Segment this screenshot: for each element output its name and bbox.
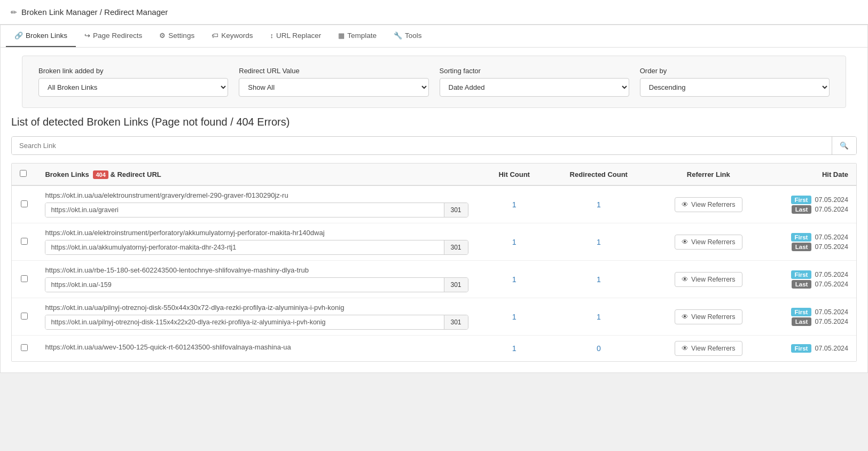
search-icon: 🔍 [840, 142, 849, 150]
view-referrers-button[interactable]: 👁 View Referrers [675, 309, 742, 324]
filter-broken-link-label: Broken link added by [38, 67, 228, 75]
filter-order-label: Order by [640, 67, 830, 75]
first-badge: First [791, 270, 812, 279]
hit-date-cell: First 07.05.2024 Last 07.05.2024 [772, 298, 856, 336]
first-date: 07.05.2024 [815, 308, 848, 316]
referrer-cell: 👁 View Referrers [645, 336, 772, 362]
broken-link-url: https://okt.in.ua/elektroinstrument/perf… [45, 229, 468, 237]
header-broken-links: Broken Links 404 & Redirect URL [37, 164, 476, 185]
header-checkbox [12, 164, 37, 185]
search-bar: 🔍 [11, 136, 857, 155]
last-date-row: Last 07.05.2024 [780, 280, 848, 289]
redirect-code: 301 [444, 278, 468, 292]
first-badge: First [791, 196, 812, 204]
redirected-count-cell: 1 [552, 298, 645, 336]
view-referrers-button[interactable]: 👁 View Referrers [675, 341, 742, 356]
tools-icon: 🔧 [394, 32, 402, 40]
tab-broken-links[interactable]: 🔗 Broken Links [6, 25, 76, 47]
redirected-count-cell: 0 [552, 336, 645, 362]
filter-sorting-factor: Sorting factor Date Added Hit Count Redi… [440, 67, 629, 97]
redirect-url-input[interactable] [45, 315, 443, 329]
header-bar: ✏ Broken Link Manager / Redirect Manager [0, 0, 868, 25]
last-badge: Last [792, 280, 812, 289]
row-checkbox[interactable] [21, 344, 28, 351]
search-input[interactable] [12, 137, 832, 154]
hit-count-cell: 1 [476, 261, 552, 298]
row-checkbox[interactable] [21, 313, 28, 320]
table-row: https://okt.in.ua/elektroinstrument/perf… [12, 223, 856, 261]
table-row: https://okt.in.ua/ua/elektrounstrument/g… [12, 185, 856, 223]
referrer-cell: 👁 View Referrers [645, 298, 772, 336]
select-all-checkbox[interactable] [20, 170, 27, 177]
referrer-cell: 👁 View Referrers [645, 223, 772, 261]
first-date: 07.05.2024 [815, 345, 848, 352]
search-button[interactable]: 🔍 [832, 137, 856, 154]
hit-count-cell: 1 [476, 336, 552, 362]
redirect-code: 301 [444, 315, 468, 329]
row-checkbox-cell [12, 336, 37, 362]
tab-settings[interactable]: ⚙ Settings [151, 25, 203, 47]
last-date: 07.05.2024 [815, 206, 848, 213]
hit-date-cell: First 07.05.2024 Last 07.05.2024 [772, 261, 856, 298]
tabs-bar: 🔗 Broken Links ↪ Page Redirects ⚙ Settin… [1, 25, 867, 48]
last-date-row: Last 07.05.2024 [780, 243, 848, 251]
tab-page-redirects[interactable]: ↪ Page Redirects [76, 25, 151, 47]
filter-section: Broken link added by All Broken Links Ad… [22, 56, 846, 108]
filter-sorting-select[interactable]: Date Added Hit Count Redirected Count [440, 78, 629, 97]
referrer-cell: 👁 View Referrers [645, 185, 772, 223]
template-icon: ▦ [338, 32, 345, 40]
row-checkbox-cell [12, 261, 37, 298]
row-checkbox-cell [12, 298, 37, 336]
filter-order-select[interactable]: Descending Ascending [640, 78, 830, 97]
header-redirected-count: Redirected Count [552, 164, 645, 185]
last-date: 07.05.2024 [815, 243, 848, 251]
first-date-row: First 07.05.2024 [780, 344, 848, 353]
hit-count-cell: 1 [476, 223, 552, 261]
redirect-url-box: 301 [45, 240, 468, 255]
tab-url-replacer[interactable]: ↕ URL Replacer [261, 25, 330, 47]
first-date: 07.05.2024 [815, 271, 848, 278]
view-referrers-button[interactable]: 👁 View Referrers [675, 272, 742, 287]
section-title: List of detected Broken Links (Page not … [11, 116, 857, 128]
redirected-count-cell: 1 [552, 223, 645, 261]
filter-broken-link-added-by: Broken link added by All Broken Links Ad… [38, 67, 228, 97]
redirected-count-cell: 1 [552, 185, 645, 223]
broken-link-url: https://okt.in.ua/rbe-15-180-set-6022435… [45, 266, 468, 274]
last-date-row: Last 07.05.2024 [780, 205, 848, 214]
first-badge: First [791, 344, 812, 353]
view-referrers-button[interactable]: 👁 View Referrers [675, 197, 742, 212]
broken-link-url: https://okt.in.ua/ua/pilnyj-otreznoj-dis… [45, 304, 468, 312]
referrer-cell: 👁 View Referrers [645, 261, 772, 298]
tab-template[interactable]: ▦ Template [330, 25, 385, 47]
tab-tools[interactable]: 🔧 Tools [385, 25, 431, 47]
row-checkbox[interactable] [21, 200, 28, 207]
broken-link-url: https://okt.in.ua/ua/wev-1500-125-quick-… [45, 343, 468, 351]
redirect-code: 301 [444, 203, 468, 217]
filter-redirect-url-value: Redirect URL Value Show All With Redirec… [239, 67, 428, 97]
header-referrer-link: Referrer Link [645, 164, 772, 185]
header-hit-count: Hit Count [476, 164, 552, 185]
first-badge: First [791, 233, 812, 242]
url-replacer-icon: ↕ [270, 32, 273, 40]
filter-broken-link-select[interactable]: All Broken Links Admin Visitor [38, 78, 228, 97]
redirect-url-input[interactable] [45, 203, 443, 217]
redirect-url-input[interactable] [45, 240, 443, 254]
row-checkbox[interactable] [21, 275, 28, 282]
first-date-row: First 07.05.2024 [780, 196, 848, 204]
filter-redirect-url-select[interactable]: Show All With Redirect Without Redirect [239, 78, 428, 97]
main-container: 🔗 Broken Links ↪ Page Redirects ⚙ Settin… [0, 25, 868, 373]
redirect-url-input[interactable] [45, 278, 443, 292]
filter-sorting-label: Sorting factor [440, 67, 629, 75]
first-date-row: First 07.05.2024 [780, 270, 848, 279]
view-referrers-button[interactable]: 👁 View Referrers [675, 235, 742, 250]
settings-icon: ⚙ [159, 32, 166, 40]
broken-link-url: https://okt.in.ua/ua/elektrounstrument/g… [45, 191, 468, 199]
first-badge: First [791, 308, 812, 316]
keywords-icon: 🏷 [212, 32, 218, 40]
redirect-url-box: 301 [45, 315, 468, 330]
tab-keywords[interactable]: 🏷 Keywords [203, 25, 261, 47]
row-checkbox[interactable] [21, 238, 28, 245]
pencil-icon: ✏ [11, 8, 17, 17]
last-badge: Last [792, 205, 812, 214]
hit-count-cell: 1 [476, 185, 552, 223]
